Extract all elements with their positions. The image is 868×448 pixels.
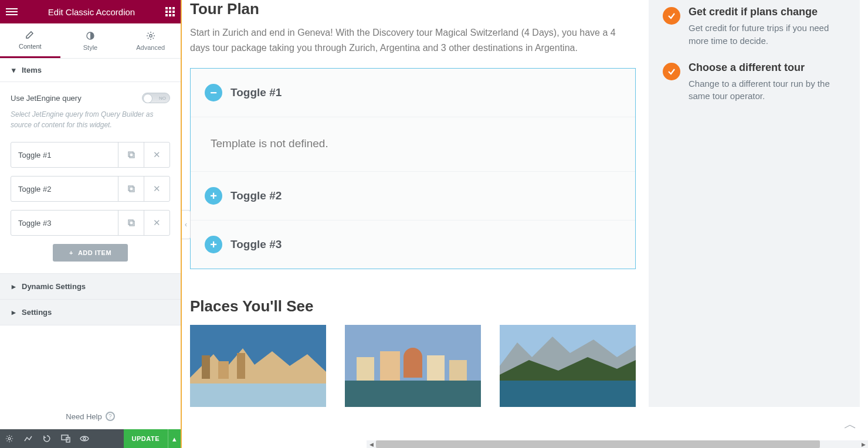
benefits-panel: Get credit if plans change Get credit fo… xyxy=(649,0,860,407)
duplicate-button[interactable] xyxy=(118,211,144,235)
accordion-header-2[interactable]: + Toggle #2 xyxy=(191,172,635,220)
svg-rect-13 xyxy=(190,381,326,407)
place-image-1 xyxy=(190,325,326,407)
copy-icon xyxy=(127,185,135,193)
close-icon: ✕ xyxy=(153,184,161,194)
collapse-panel-button[interactable]: ‹ xyxy=(182,210,191,239)
gear-icon xyxy=(146,31,155,40)
svg-rect-18 xyxy=(345,381,481,407)
editor-sidebar: Edit Classic Accordion Content Style xyxy=(0,0,182,448)
svg-rect-19 xyxy=(357,357,374,381)
toggle-item-3: Toggle #3 ✕ xyxy=(11,210,170,236)
settings-label: Settings xyxy=(22,308,52,317)
plus-icon: + xyxy=(69,249,73,256)
accordion-body-1-text: Template is not defined. xyxy=(211,120,635,150)
responsive-icon[interactable] xyxy=(56,429,75,448)
page-heading-places: Places You'll See xyxy=(190,297,636,315)
accordion-item-1: − Toggle #1 Template is not defined. xyxy=(191,69,635,172)
section-settings[interactable]: ▸ Settings xyxy=(0,300,181,325)
jetengine-query-label: Use JetEngine query xyxy=(11,94,82,103)
svg-rect-7 xyxy=(128,220,133,225)
svg-rect-14 xyxy=(202,355,210,379)
scroll-right-arrow[interactable]: ▶ xyxy=(859,440,868,448)
hamburger-icon[interactable] xyxy=(6,8,18,15)
add-item-label: ADD ITEM xyxy=(78,249,111,256)
tab-content-label: Content xyxy=(19,43,42,50)
jetengine-query-toggle[interactable]: NO xyxy=(142,93,170,103)
scrollbar-thumb[interactable] xyxy=(376,440,820,448)
tab-style[interactable]: Style xyxy=(60,23,121,58)
sidebar-header: Edit Classic Accordion xyxy=(0,0,181,23)
tab-content[interactable]: Content xyxy=(0,23,60,58)
accordion-header-1[interactable]: − Toggle #1 xyxy=(191,69,635,117)
svg-rect-15 xyxy=(218,361,229,379)
tour-plan-intro: Start in Zurich and end in Geneva! With … xyxy=(190,25,636,55)
duplicate-button[interactable] xyxy=(118,142,144,167)
settings-icon[interactable] xyxy=(0,429,19,448)
toggle-item-3-label[interactable]: Toggle #3 xyxy=(11,211,118,235)
check-icon xyxy=(663,7,680,25)
place-image-3 xyxy=(500,325,636,407)
remove-button[interactable]: ✕ xyxy=(144,142,169,167)
svg-rect-5 xyxy=(128,186,133,191)
duplicate-button[interactable] xyxy=(118,177,144,201)
benefit-1-title: Get credit if plans change xyxy=(689,6,847,18)
contrast-icon xyxy=(86,31,95,40)
svg-rect-21 xyxy=(427,355,445,381)
remove-button[interactable]: ✕ xyxy=(144,177,169,201)
svg-rect-4 xyxy=(130,187,134,192)
benefit-1: Get credit if plans change Get credit fo… xyxy=(663,6,847,47)
svg-point-11 xyxy=(83,437,86,440)
plus-circle-icon: + xyxy=(205,187,222,205)
navigator-icon[interactable] xyxy=(19,429,38,448)
svg-point-1 xyxy=(149,34,151,36)
page-heading-tour-plan: Tour Plan xyxy=(190,0,636,18)
need-help: Need Help ? xyxy=(0,403,181,429)
caret-down-icon: ▾ xyxy=(12,66,16,74)
widgets-grid-icon[interactable] xyxy=(165,7,175,16)
accordion-header-3[interactable]: + Toggle #3 xyxy=(191,220,635,269)
svg-rect-6 xyxy=(130,221,134,226)
history-icon[interactable] xyxy=(38,429,56,448)
accordion-title-1: Toggle #1 xyxy=(230,86,282,99)
add-item-button[interactable]: + ADD ITEM xyxy=(53,244,128,262)
widget-title: Edit Classic Accordion xyxy=(48,7,135,17)
caret-right-icon: ▸ xyxy=(12,308,16,317)
section-items-label: Items xyxy=(22,66,42,74)
chevron-up-icon: ︿ xyxy=(844,416,857,433)
close-icon: ✕ xyxy=(153,218,161,228)
chevron-left-icon: ‹ xyxy=(185,220,187,229)
toggle-item-1-label[interactable]: Toggle #1 xyxy=(11,142,118,167)
update-button[interactable]: UPDATE xyxy=(124,429,168,448)
horizontal-scrollbar[interactable]: ◀ ▶ xyxy=(367,440,868,448)
dynamic-settings-label: Dynamic Settings xyxy=(22,282,86,291)
scroll-left-arrow[interactable]: ◀ xyxy=(367,440,376,448)
toggle-item-2-label[interactable]: Toggle #2 xyxy=(11,177,118,201)
remove-button[interactable]: ✕ xyxy=(144,211,169,235)
section-dynamic-settings[interactable]: ▸ Dynamic Settings xyxy=(0,273,181,300)
benefit-2-title: Choose a different tour xyxy=(689,62,847,74)
update-label: UPDATE xyxy=(132,435,160,442)
scroll-to-top-button[interactable]: ︿ xyxy=(843,418,857,432)
accordion-body-1: Template is not defined. xyxy=(191,117,635,171)
accordion-item-2: + Toggle #2 xyxy=(191,172,635,220)
preview-icon[interactable] xyxy=(75,429,94,448)
jetengine-query-hint: Select JetEngine query from Query Builde… xyxy=(11,109,170,130)
need-help-label: Need Help xyxy=(66,412,101,421)
benefit-1-text: Get credit for future trips if you need … xyxy=(689,22,847,47)
tab-style-label: Style xyxy=(83,44,97,51)
accordion-item-3: + Toggle #3 xyxy=(191,220,635,269)
places-gallery xyxy=(190,325,636,407)
classic-accordion-widget[interactable]: − Toggle #1 Template is not defined. + T… xyxy=(190,68,636,269)
benefit-2: Choose a different tour Change to a diff… xyxy=(663,62,847,103)
minus-circle-icon: − xyxy=(205,84,222,101)
help-icon[interactable]: ? xyxy=(106,412,115,421)
section-items-header[interactable]: ▾ Items xyxy=(0,59,181,82)
accordion-title-2: Toggle #2 xyxy=(230,189,282,202)
update-dropdown[interactable]: ▴ xyxy=(168,429,181,448)
svg-rect-22 xyxy=(449,360,467,381)
svg-rect-20 xyxy=(380,351,400,381)
svg-rect-16 xyxy=(237,353,245,379)
tab-advanced[interactable]: Advanced xyxy=(120,23,181,58)
svg-point-8 xyxy=(8,437,11,440)
